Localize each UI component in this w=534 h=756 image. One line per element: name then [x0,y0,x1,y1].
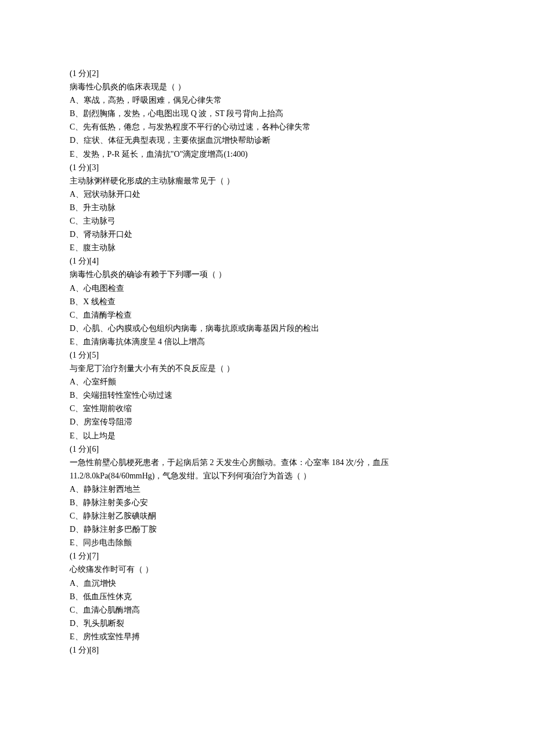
question-option: C、室性期前收缩 [70,402,464,415]
question-header: (1 分)[6] [70,442,464,456]
question-option: C、血清酶学检查 [70,308,464,322]
question-option: B、剧烈胸痛，发热，心电图出现 Q 波，ST 段弓背向上抬高 [70,107,464,120]
question-option: E、以上均是 [70,429,464,442]
question-option: E、同步电击除颤 [70,536,464,549]
document-body: (1 分)[2]病毒性心肌炎的临床表现是（ ）A、寒战，高热，呼吸困难，偶见心律… [70,67,464,657]
question-option: B、低血压性休克 [70,590,464,603]
question-option: D、乳头肌断裂 [70,617,464,630]
question-option: E、房性或室性早搏 [70,630,464,643]
question-option: E、血清病毒抗体滴度呈 4 倍以上增高 [70,335,464,348]
question-option: B、静脉注射美多心安 [70,496,464,509]
question-option: C、静脉注射乙胺碘呋酮 [70,509,464,523]
question-option: B、X 线检查 [70,295,464,308]
question-option: A、静脉注射西地兰 [70,483,464,496]
question-header: (1 分)[7] [70,549,464,563]
question-option: A、冠状动脉开口处 [70,188,464,201]
question-option: D、心肌、心内膜或心包组织内病毒，病毒抗原或病毒基因片段的检出 [70,322,464,335]
question-option: A、心电图检查 [70,282,464,295]
question-stem: 一急性前壁心肌梗死患者，于起病后第 2 天发生心房颤动。查体：心室率 184 次… [70,456,464,483]
question-option: E、腹主动脉 [70,241,464,254]
question-header: (1 分)[8] [70,643,464,657]
question-option: E、发热，P-R 延长，血清抗"O"滴定度增高(1:400) [70,147,464,161]
question-option: B、升主动脉 [70,201,464,214]
question-header: (1 分)[3] [70,161,464,174]
question-option: D、静脉注射多巴酚丁胺 [70,523,464,536]
question-stem: 病毒性心肌炎的确诊有赖于下列哪一项（ ） [70,268,464,281]
question-option: A、血沉增快 [70,577,464,590]
question-option: B、尖端扭转性室性心动过速 [70,388,464,402]
question-option: D、症状、体征无典型表现，主要依据血沉增快帮助诊断 [70,134,464,147]
question-stem: 心绞痛发作时可有（ ） [70,563,464,576]
question-option: A、心室纤颤 [70,375,464,388]
question-option: A、寒战，高热，呼吸困难，偶见心律失常 [70,93,464,107]
question-option: D、房室传导阻滞 [70,415,464,429]
question-option: C、主动脉弓 [70,214,464,228]
question-stem: 与奎尼丁治疗剂量大小有关的不良反应是（ ） [70,362,464,375]
question-option: C、血清心肌酶增高 [70,603,464,617]
question-option: D、肾动脉开口处 [70,228,464,241]
question-stem: 病毒性心肌炎的临床表现是（ ） [70,80,464,93]
question-header: (1 分)[5] [70,348,464,362]
question-header: (1 分)[4] [70,254,464,268]
question-stem: 主动脉粥样硬化形成的主动脉瘤最常见于（ ） [70,174,464,188]
question-option: C、先有低热，倦怠，与发热程度不平行的心动过速，各种心律失常 [70,120,464,134]
question-header: (1 分)[2] [70,67,464,80]
